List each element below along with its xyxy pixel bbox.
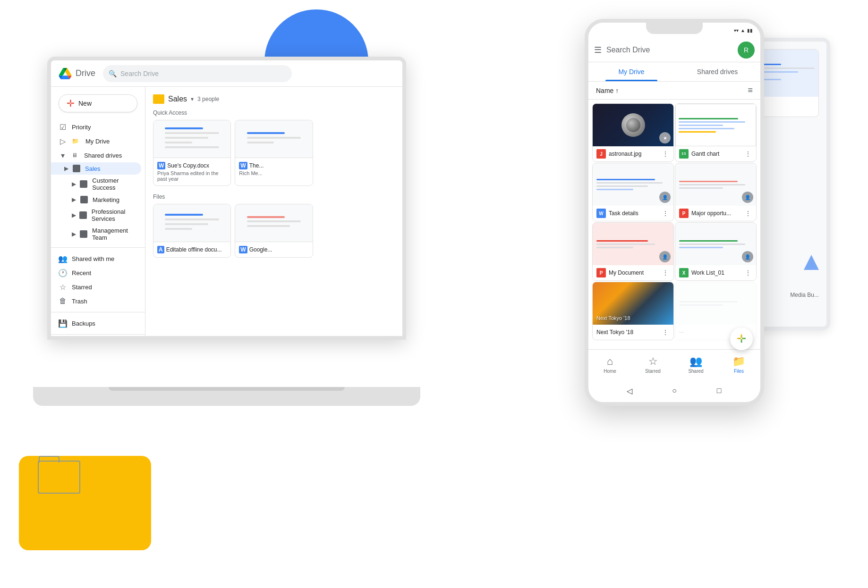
fab-add-button[interactable]: ✛ [730, 328, 753, 350]
mt-arrow: ▶ [72, 231, 78, 237]
wl-more-icon[interactable]: ⋮ [744, 268, 752, 277]
ps-arrow: ▶ [72, 212, 77, 218]
sidebar-item-backups[interactable]: 💾 Backups [51, 316, 141, 330]
task-line-1 [596, 179, 655, 180]
sales-folder-icon [73, 165, 80, 172]
phone-search-input[interactable]: Search Drive [606, 46, 733, 54]
phone-file-astronaut[interactable]: ★ J astronaut.jpg ⋮ [592, 103, 674, 162]
sidebar-item-shared-with-me[interactable]: 👥 Shared with me [51, 252, 141, 266]
bg-folder-icon [38, 461, 80, 494]
gantt-line-5 [679, 131, 716, 133]
gantt-more-icon[interactable]: ⋮ [744, 149, 752, 159]
file-name-sues-copy: Sue's Copy.docx [167, 162, 209, 169]
prev-g2 [247, 220, 301, 222]
new-button[interactable]: ✛ New [59, 94, 137, 112]
sales-arrow: ▶ [64, 165, 71, 172]
my-doc-lines [593, 236, 673, 252]
preview-line2-3 [247, 142, 274, 143]
sidebar-item-shared-drives[interactable]: ▾ 🖥 Shared drives [51, 148, 141, 162]
bottom-nav-files[interactable]: 📁 Files [717, 353, 760, 376]
svg-rect-0 [681, 151, 687, 157]
phone-file-tokyo[interactable]: Next Tokyo '18 Next Tokyo '18 ⋮ [592, 282, 674, 340]
sidebar-item-starred[interactable]: ☆ Starred [51, 280, 141, 294]
svg-rect-4 [684, 153, 686, 154]
preview-line-3 [165, 137, 208, 139]
cs-arrow: ▶ [72, 181, 78, 187]
gantt-file-info: Gantt chart ⋮ [675, 146, 756, 161]
search-bar[interactable]: 🔍 Search Drive [103, 65, 292, 82]
mkt-arrow: ▶ [72, 196, 78, 203]
phone-file-my-document[interactable]: 👤 P My Document ⋮ [592, 222, 674, 281]
sidebar-item-trash[interactable]: 🗑 Trash [51, 294, 141, 308]
svg-rect-3 [682, 153, 683, 154]
phone-file-task[interactable]: 👤 W Task details ⋮ [592, 163, 674, 221]
file-card-editable[interactable]: A Editable offline docu... [153, 204, 231, 258]
mkt-folder-icon [80, 196, 88, 203]
sidebar-item-management-team[interactable]: ▶ Management Team [51, 225, 145, 244]
tab-my-drive[interactable]: My Drive [588, 62, 674, 81]
phone-file-work-list[interactable]: 👤 X Work List_01 ⋮ [675, 222, 757, 281]
mydoc-line-2 [596, 244, 655, 245]
bottom-nav-shared[interactable]: 👥 Shared [674, 353, 717, 376]
sidebar-priority-label: Priority [72, 124, 91, 131]
user-avatar[interactable]: R [738, 42, 755, 59]
svg-rect-1 [682, 152, 683, 153]
preview-lines [161, 124, 223, 155]
phone-outer: ▾▾ ▲ ▮▮ ☰ Search Drive R My Drive Shared… [585, 19, 764, 406]
preview-line2-2 [247, 137, 301, 139]
tokyo-more-icon[interactable]: ⋮ [661, 328, 670, 337]
recents-button[interactable]: □ [715, 386, 724, 395]
prev-g3 [247, 225, 290, 227]
ph-line-1 [679, 301, 738, 302]
phone-file-major[interactable]: 👤 P Major opportu... ⋮ [675, 163, 757, 221]
mydoc-more-icon[interactable]: ⋮ [661, 268, 670, 277]
sidebar-trash-label: Trash [72, 298, 87, 305]
file-card-2[interactable]: W The... Rich Me... [235, 120, 313, 186]
mydoc-file-info: P My Document ⋮ [593, 265, 673, 280]
astronaut-more-icon[interactable]: ⋮ [661, 149, 670, 159]
sidebar-item-recent[interactable]: 🕐 Recent [51, 266, 141, 280]
gantt-line-4 [679, 128, 734, 129]
sidebar-item-customer-success[interactable]: ▶ Customer Success [51, 175, 145, 193]
hamburger-menu-icon[interactable]: ☰ [594, 45, 602, 55]
task-line-2 [596, 182, 663, 184]
gantt-line-1 [679, 118, 738, 119]
file-meta-2: Rich Me... [239, 170, 308, 176]
gantt-doc-lines [676, 115, 756, 135]
mydoc-share-badge: 👤 [659, 251, 671, 262]
recent-icon: 🕐 [59, 269, 67, 277]
bottom-nav-home[interactable]: ⌂ Home [588, 353, 631, 376]
sidebar-item-sales[interactable]: ▶ Sales [51, 162, 141, 175]
task-file-info: W Task details ⋮ [593, 206, 673, 221]
folder-members: 3 people [197, 96, 219, 102]
bottom-nav-starred[interactable]: ☆ Starred [631, 353, 674, 376]
shared-nav-label: Shared [688, 369, 703, 374]
tokyo-file-info: Next Tokyo '18 ⋮ [593, 325, 673, 340]
list-view-icon[interactable]: ≡ [748, 85, 753, 95]
mydoc-file-name: My Document [609, 269, 661, 276]
file-info-2: W The... Rich Me... [235, 158, 312, 180]
ph-lines [675, 297, 756, 310]
phone-tabs: My Drive Shared drives [588, 62, 760, 82]
home-button[interactable]: ○ [670, 386, 679, 395]
folder-dropdown-arrow[interactable]: ▾ [191, 96, 194, 102]
file-card-sues-copy[interactable]: W Sue's Copy.docx Priya Sharma edited in… [153, 120, 231, 186]
sidebar-item-my-drive[interactable]: ▷ 📁 My Drive [51, 134, 141, 148]
fab-plus-icon: ✛ [737, 332, 746, 345]
svg-rect-5 [682, 154, 683, 155]
phone-search-bar: ☰ Search Drive R [588, 38, 760, 62]
tab-shared-drives[interactable]: Shared drives [674, 62, 760, 81]
file-card-google[interactable]: W Google... [235, 204, 313, 258]
task-more-icon[interactable]: ⋮ [661, 209, 670, 218]
sidebar-item-priority[interactable]: ☑ Priority [51, 120, 141, 134]
phone-file-gantt[interactable]: Gantt chart ⋮ [675, 103, 757, 162]
quick-access-title: Quick Access [153, 109, 395, 116]
sort-label[interactable]: Name ↑ [596, 87, 619, 94]
sidebar-item-professional-services[interactable]: ▶ Professional Services [51, 206, 145, 225]
back-button[interactable]: ◁ [625, 386, 634, 395]
major-share-badge: 👤 [742, 192, 753, 203]
prev-e3 [165, 223, 208, 225]
major-more-icon[interactable]: ⋮ [744, 209, 752, 218]
file-info-editable: A Editable offline docu... [153, 242, 230, 257]
sidebar-item-marketing[interactable]: ▶ Marketing [51, 193, 145, 206]
